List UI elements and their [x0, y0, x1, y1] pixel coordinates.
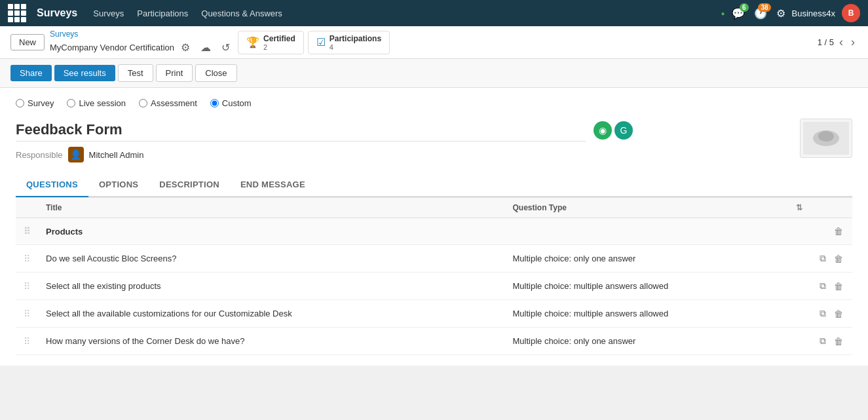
- drag-handle[interactable]: ⠿: [16, 245, 38, 273]
- section-actions: 🗑: [810, 218, 852, 245]
- brand-name: Surveys: [37, 7, 77, 19]
- section-qtype: [504, 218, 810, 245]
- survey-thumbnail[interactable]: [800, 119, 852, 158]
- survey-type-row: Survey Live session Assessment Custom: [16, 98, 852, 108]
- main-content: Survey Live session Assessment Custom ◉ …: [0, 88, 868, 366]
- undo-icon[interactable]: ↺: [219, 40, 233, 55]
- type-live-label[interactable]: Live session: [67, 98, 126, 108]
- responsible-label: Responsible: [16, 150, 63, 160]
- question-actions: ⧉ 🗑: [810, 328, 852, 355]
- prev-page-button[interactable]: ‹: [837, 35, 846, 49]
- activity-badge: 38: [758, 3, 770, 12]
- breadcrumb-bar: New Surveys MyCompany Vendor Certificati…: [0, 26, 868, 59]
- questions-table: Title Question Type ⇅ ⠿ Products 🗑: [16, 197, 852, 355]
- col-qtype-header: Question Type ⇅: [504, 198, 810, 218]
- tab-questions[interactable]: QUESTIONS: [16, 173, 88, 197]
- type-assessment-radio[interactable]: [139, 99, 147, 107]
- participations-count: 4: [330, 43, 381, 51]
- filter-icon[interactable]: ⇅: [796, 203, 802, 212]
- copy-row-button[interactable]: ⧉: [818, 307, 827, 320]
- responsible-row: Responsible 👤 Mitchell Admin: [16, 147, 800, 162]
- type-assessment-label[interactable]: Assessment: [139, 98, 197, 108]
- breadcrumb-title: MyCompany Vendor Certification: [50, 43, 174, 52]
- delete-row-button[interactable]: 🗑: [833, 335, 844, 348]
- tab-options[interactable]: OPTIONS: [88, 173, 149, 197]
- table-row: ⠿ How many versions of the Corner Desk d…: [16, 328, 852, 355]
- question-title[interactable]: Select all the available customizations …: [38, 300, 504, 328]
- copy-row-button[interactable]: ⧉: [818, 279, 827, 293]
- integration-green-icon[interactable]: ◉: [594, 121, 612, 140]
- type-survey-text: Survey: [28, 98, 54, 108]
- drag-handle[interactable]: ⠿: [16, 300, 38, 328]
- type-assessment-text: Assessment: [151, 98, 197, 108]
- check-icon: ☑: [316, 36, 326, 48]
- drag-handle[interactable]: ⠿: [16, 328, 38, 355]
- delete-row-button[interactable]: 🗑: [833, 252, 844, 265]
- delete-row-button[interactable]: 🗑: [833, 307, 844, 320]
- nav-questions-answers[interactable]: Questions & Answers: [201, 9, 282, 18]
- see-results-button[interactable]: See results: [54, 65, 115, 81]
- type-custom-label[interactable]: Custom: [210, 98, 252, 108]
- drag-handle[interactable]: ⠿: [16, 273, 38, 300]
- user-name[interactable]: Business4x: [792, 9, 835, 18]
- participations-badge[interactable]: ☑ Participations 4: [308, 31, 390, 54]
- top-navigation: Surveys Surveys Participations Questions…: [0, 0, 868, 26]
- question-type: Multiple choice: only one answer: [504, 245, 810, 273]
- question-title[interactable]: Select all the existing products: [38, 273, 504, 300]
- nav-links: Surveys Participations Questions & Answe…: [93, 9, 710, 18]
- responsible-name[interactable]: Mitchell Admin: [89, 150, 144, 160]
- integration-teal-icon[interactable]: G: [614, 121, 633, 140]
- stat-badges: 🏆 Certified 2 ☑ Participations 4: [238, 31, 390, 54]
- share-button[interactable]: Share: [10, 65, 52, 81]
- type-custom-radio[interactable]: [210, 99, 219, 107]
- upload-icon[interactable]: ☁: [198, 40, 214, 55]
- delete-row-button[interactable]: 🗑: [833, 280, 844, 293]
- settings-gear-icon[interactable]: ⚙: [178, 40, 193, 55]
- type-live-text: Live session: [79, 98, 126, 108]
- pagination-text: 1 / 5: [818, 37, 834, 47]
- question-actions: ⧉ 🗑: [810, 300, 852, 328]
- question-actions: ⧉ 🗑: [810, 245, 852, 273]
- certified-badge[interactable]: 🏆 Certified 2: [238, 31, 304, 54]
- breadcrumb-actions: ⚙ ☁ ↺: [178, 40, 233, 55]
- form-title-icons: ◉ G: [594, 121, 633, 140]
- tab-description[interactable]: DESCRIPTION: [149, 173, 230, 197]
- tab-end-message[interactable]: END MESSAGE: [230, 173, 316, 197]
- table-row: ⠿ Select all the available customization…: [16, 300, 852, 328]
- messages-badge: 6: [740, 3, 749, 12]
- type-survey-radio[interactable]: [16, 99, 24, 107]
- pagination: 1 / 5 ‹ ›: [818, 35, 858, 49]
- test-button[interactable]: Test: [118, 64, 153, 82]
- copy-row-button[interactable]: ⧉: [818, 252, 827, 265]
- question-type: Multiple choice: only one answer: [504, 328, 810, 355]
- new-button[interactable]: New: [10, 34, 45, 50]
- question-title[interactable]: How many versions of the Corner Desk do …: [38, 328, 504, 355]
- type-live-radio[interactable]: [67, 99, 75, 107]
- drag-handle[interactable]: ⠿: [16, 218, 38, 245]
- col-title-header: Title: [38, 198, 504, 218]
- print-button[interactable]: Print: [156, 64, 193, 82]
- copy-row-button[interactable]: ⧉: [818, 334, 827, 348]
- table-row: ⠿ Do we sell Acoustic Bloc Screens? Mult…: [16, 245, 852, 273]
- apps-grid-icon[interactable]: [8, 4, 26, 22]
- question-title[interactable]: Do we sell Acoustic Bloc Screens?: [38, 245, 504, 273]
- section-title[interactable]: Products: [38, 218, 504, 245]
- question-actions: ⧉ 🗑: [810, 273, 852, 300]
- col-title-text: Title: [46, 203, 62, 212]
- status-icon[interactable]: ●: [721, 10, 725, 17]
- user-avatar[interactable]: B: [842, 4, 860, 22]
- nav-participations[interactable]: Participations: [137, 9, 188, 18]
- breadcrumb-parent[interactable]: Surveys: [50, 29, 233, 39]
- action-toolbar: Share See results Test Print Close: [0, 59, 868, 88]
- type-survey-label[interactable]: Survey: [16, 98, 54, 108]
- next-page-button[interactable]: ›: [848, 35, 858, 49]
- col-qtype-text: Question Type: [512, 203, 566, 212]
- messages-icon[interactable]: 💬 6: [732, 7, 745, 20]
- settings-icon[interactable]: ⚙: [776, 7, 785, 20]
- activity-icon[interactable]: 🕐 38: [754, 7, 767, 20]
- form-title-input[interactable]: [16, 119, 586, 142]
- nav-surveys[interactable]: Surveys: [93, 9, 124, 18]
- close-button[interactable]: Close: [195, 64, 236, 82]
- topbar-right: ● 💬 6 🕐 38 ⚙ Business4x B: [721, 4, 860, 22]
- delete-row-button[interactable]: 🗑: [833, 225, 844, 238]
